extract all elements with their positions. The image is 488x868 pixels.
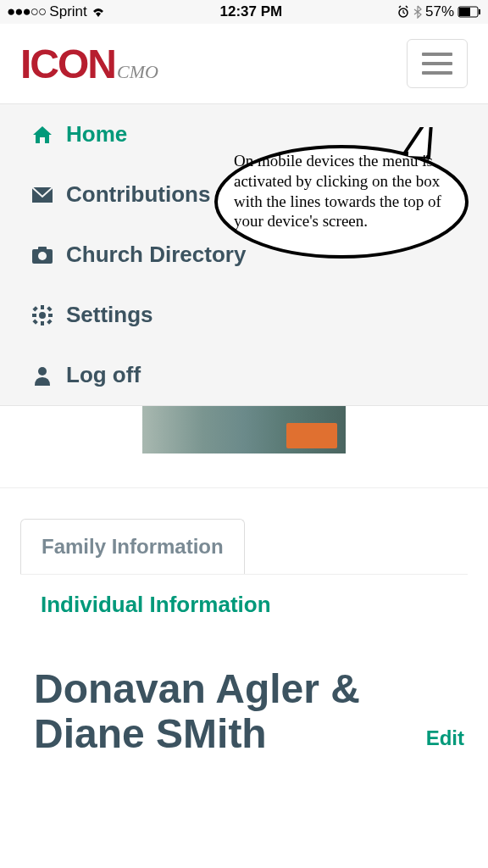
callout-text: On mobile devices the menu is activated …	[234, 151, 454, 231]
bluetooth-icon	[413, 5, 422, 19]
family-heading-row: Donavan Agler & Diane SMith Edit	[0, 633, 488, 757]
menu-label: Home	[66, 121, 127, 147]
gear-icon	[30, 304, 54, 326]
alarm-icon	[396, 5, 410, 19]
svg-rect-3	[479, 9, 480, 14]
svg-rect-11	[32, 314, 36, 317]
menu-label: Settings	[66, 302, 153, 328]
tab-individual-info[interactable]: Individual Information	[20, 575, 468, 633]
status-time: 12:37 PM	[106, 3, 396, 20]
logo-sub: CMO	[117, 61, 158, 83]
svg-rect-14	[47, 306, 52, 311]
svg-point-17	[38, 367, 47, 376]
envelope-icon	[30, 186, 54, 203]
svg-rect-6	[38, 247, 47, 251]
tab-bar: Family Information	[20, 519, 468, 575]
image-strip-row	[0, 406, 488, 488]
svg-point-8	[39, 312, 46, 319]
wifi-icon	[91, 6, 106, 18]
svg-point-7	[38, 252, 47, 260]
tab-family-info[interactable]: Family Information	[20, 519, 245, 574]
edit-button[interactable]: Edit	[426, 726, 464, 757]
tab-label: Individual Information	[41, 592, 271, 617]
app-header: ICON CMO	[0, 24, 488, 103]
callout-annotation: On mobile devices the menu is activated …	[210, 127, 473, 254]
menu-item-settings[interactable]: Settings	[0, 285, 488, 345]
status-bar: ●●●○○ Sprint 12:37 PM 57%	[0, 0, 488, 24]
logo: ICON CMO	[20, 41, 158, 87]
svg-rect-15	[32, 319, 37, 324]
tabs-container: Family Information Individual Informatio…	[0, 488, 488, 633]
carrier-label: Sprint	[49, 3, 86, 20]
menu-label: Log off	[66, 362, 141, 388]
svg-rect-12	[48, 314, 53, 317]
svg-rect-10	[41, 321, 44, 326]
battery-percent: 57%	[425, 3, 454, 20]
svg-rect-13	[32, 306, 37, 311]
person-icon	[30, 365, 54, 386]
menu-label: Contributions	[66, 181, 210, 208]
content-image	[142, 406, 346, 453]
svg-rect-2	[459, 8, 470, 16]
camera-icon	[30, 246, 54, 264]
logo-main: ICON	[20, 41, 115, 87]
family-name: Donavan Agler & Diane SMith	[34, 667, 390, 757]
hamburger-button[interactable]	[407, 39, 468, 88]
svg-rect-16	[47, 319, 52, 324]
signal-dots-icon: ●●●○○	[7, 3, 46, 20]
menu-item-logoff[interactable]: Log off	[0, 345, 488, 405]
svg-rect-9	[41, 305, 44, 309]
home-icon	[30, 125, 54, 145]
tab-label: Family Information	[42, 535, 224, 558]
battery-icon	[458, 6, 481, 18]
